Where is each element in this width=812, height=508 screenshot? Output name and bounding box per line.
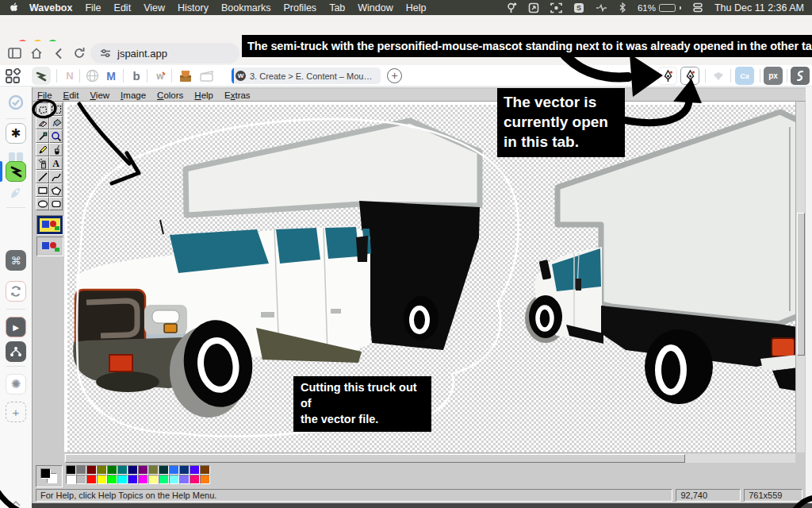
tool-magnifier[interactable] [49,129,63,143]
menu-bar-clock[interactable]: Thu Dec 11 2:36 AM [714,2,804,13]
color-swatch[interactable] [107,475,117,484]
vertical-scrollbar[interactable] [795,102,805,452]
location-status-icon[interactable] [507,2,517,13]
menu-edit[interactable]: Edit [114,2,132,13]
selection-opaque-option[interactable] [36,215,63,235]
canva-extension-icon[interactable]: Ca [735,67,754,85]
back-icon[interactable] [49,44,68,63]
s-app-status-icon[interactable]: S [573,2,584,13]
extension-globe-icon[interactable] [82,67,102,85]
tool-rounded-rectangle[interactable] [49,197,63,210]
network-wave-status-icon[interactable] [596,3,607,13]
tool-ellipse[interactable] [36,197,49,210]
color-swatch[interactable] [86,475,97,484]
horizontal-scrollbar-thumb[interactable] [65,454,685,463]
color-swatch[interactable] [117,465,128,475]
color-swatch[interactable] [159,475,169,484]
color-swatch[interactable] [86,465,97,475]
tool-polygon[interactable] [49,183,63,197]
jspaint-menu-extras[interactable]: Extras [224,90,251,100]
wavebox-apps-grid-icon[interactable] [3,67,22,85]
extension-diamond-icon[interactable] [709,67,728,85]
extension-b-icon[interactable]: b [127,67,146,85]
mouse-mascot-thumbnail-icon[interactable] [176,67,195,85]
color-swatch[interactable] [190,475,200,484]
menu-file[interactable]: File [85,2,101,13]
color-swatch[interactable] [200,475,210,484]
color-swatch[interactable] [148,465,159,475]
sidebar-item-network-app[interactable] [6,341,26,362]
extension-w-icon[interactable]: w [151,67,170,85]
reload-icon[interactable] [70,44,89,63]
tool-curve[interactable] [49,170,63,183]
sidebar-settings-button[interactable]: ✺ [6,374,26,394]
sidebar-collapse-chevron[interactable] [6,493,26,508]
jspaint-menu-image[interactable]: Image [121,90,146,100]
color-swatch[interactable] [159,465,169,475]
px-extension-icon[interactable]: px [764,67,783,85]
toggle-sidebar-icon[interactable] [5,44,24,63]
menu-bookmarks[interactable]: Bookmarks [221,2,271,13]
extension-m-icon[interactable]: M [102,67,121,85]
jspaint-extension-icon[interactable] [32,67,51,85]
tool-text[interactable]: A [49,156,63,170]
jspaint-menu-help[interactable]: Help [194,90,213,100]
vertical-scrollbar-thumb[interactable] [797,213,805,356]
sidebar-item-video-app[interactable]: ▶ [6,317,26,337]
tool-brush[interactable] [49,143,63,156]
current-colors-well[interactable] [36,465,63,487]
tool-select[interactable] [49,102,63,116]
selection-transparent-option[interactable] [36,237,63,256]
tool-line[interactable] [36,170,49,183]
sidebar-item-jspaint-active[interactable] [6,161,26,182]
tool-pencil[interactable] [36,143,49,156]
menu-history[interactable]: History [178,2,209,13]
color-swatch[interactable] [138,465,148,475]
home-icon[interactable] [27,44,46,63]
color-swatch[interactable] [179,475,190,484]
color-swatch[interactable] [128,465,138,475]
color-swatch[interactable] [76,475,86,484]
color-swatch[interactable] [169,475,179,484]
color-swatch[interactable] [138,475,148,484]
profiles-status-icon[interactable] [692,2,703,13]
tool-rectangle[interactable] [36,183,49,197]
extension-clapper-icon[interactable] [197,67,216,85]
sidebar-item-workspace[interactable]: ⌘ [6,250,26,271]
active-tab[interactable]: W 3. Create > E. Content – Mouse... [232,67,381,84]
vector-app-tab-icon-2-active[interactable] [680,67,699,85]
color-swatch[interactable] [128,475,138,484]
color-swatch[interactable] [190,465,200,475]
jspaint-menu-colors[interactable]: Colors [157,90,183,100]
sidebar-item-chatgpt[interactable]: ✱ [6,123,26,144]
color-swatch[interactable] [66,465,76,475]
foreground-color-swatch[interactable] [40,468,51,479]
sidebar-item-tasks[interactable] [6,92,26,113]
jspaint-menu-view[interactable]: View [90,90,109,100]
color-swatch[interactable] [200,465,210,475]
color-swatch[interactable] [117,475,128,484]
color-swatch[interactable] [107,465,117,475]
battery-indicator[interactable]: 61% [638,3,681,13]
menu-help[interactable]: Help [406,2,427,13]
jspaint-menu-file[interactable]: File [37,90,52,100]
menu-profiles[interactable]: Profiles [283,2,316,13]
color-swatch[interactable] [179,465,190,475]
color-swatch[interactable] [97,465,107,475]
apple-menu-icon[interactable] [10,2,18,13]
bluetooth-status-icon[interactable] [619,2,626,13]
address-bar[interactable]: jspaint.app [90,43,239,64]
screenshot-status-icon[interactable] [550,2,562,13]
horizontal-scrollbar[interactable] [64,452,795,463]
active-app-name[interactable]: Wavebox [29,2,72,13]
sidebar-item-sync[interactable] [6,281,26,302]
site-settings-icon[interactable] [100,48,111,58]
jspaint-menu-edit[interactable]: Edit [63,90,79,100]
drag-drop-status-icon[interactable] [528,2,539,13]
sidebar-add-app-button[interactable]: + [6,402,26,422]
extension-n-icon[interactable]: N [60,67,79,85]
s-curve-extension-icon[interactable] [791,67,810,85]
menu-window[interactable]: Window [358,2,393,13]
color-swatch[interactable] [76,465,86,475]
menu-tab[interactable]: Tab [329,2,345,13]
